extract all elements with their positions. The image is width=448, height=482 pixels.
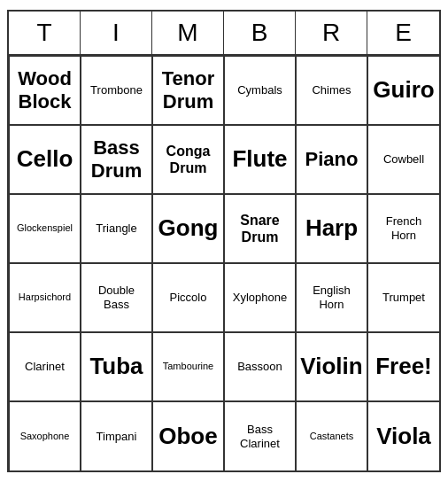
cell-label: Harp bbox=[305, 214, 358, 242]
bingo-cell: Harpsichord bbox=[9, 263, 81, 332]
cell-label: Trombone bbox=[90, 83, 143, 97]
bingo-cell: Harp bbox=[296, 194, 367, 263]
cell-label: Gong bbox=[158, 214, 219, 242]
bingo-cell: Tenor Drum bbox=[152, 56, 224, 125]
bingo-cell: Wood Block bbox=[9, 56, 81, 125]
bingo-cell: Oboe bbox=[152, 401, 224, 470]
bingo-cell: Trumpet bbox=[367, 263, 439, 332]
cell-label: Oboe bbox=[158, 423, 217, 450]
header-letter-i: I bbox=[81, 12, 152, 54]
cell-label: Free! bbox=[375, 353, 432, 380]
cell-label: English Horn bbox=[300, 284, 363, 311]
header-letter-m: M bbox=[152, 12, 224, 54]
cell-label: Conga Drum bbox=[157, 143, 220, 176]
cell-label: Chimes bbox=[312, 83, 351, 97]
cell-label: Tenor Drum bbox=[157, 67, 220, 114]
header-letter-t: T bbox=[9, 12, 81, 54]
cell-label: Double Bass bbox=[85, 284, 148, 311]
cell-label: French Horn bbox=[372, 214, 436, 242]
cell-label: Timpani bbox=[97, 430, 137, 444]
bingo-cell: Cowbell bbox=[367, 125, 439, 194]
cell-label: Piccolo bbox=[170, 291, 207, 305]
cell-label: Triangle bbox=[96, 222, 136, 236]
cell-label: Cello bbox=[17, 145, 73, 173]
bingo-cell: Tuba bbox=[81, 332, 152, 401]
bingo-cell: Tambourine bbox=[152, 332, 224, 401]
cell-label: Bass Clarinet bbox=[228, 423, 291, 450]
bingo-cell: Bass Drum bbox=[81, 125, 152, 194]
cell-label: Tuba bbox=[89, 353, 143, 380]
bingo-cell: Snare Drum bbox=[224, 194, 296, 263]
bingo-cell: Chimes bbox=[296, 56, 367, 125]
bingo-cell: Free! bbox=[367, 332, 439, 401]
cell-label: Violin bbox=[300, 353, 362, 380]
bingo-card: TIMBRE Wood BlockTromboneTenor DrumCymba… bbox=[7, 10, 441, 472]
bingo-cell: Bassoon bbox=[224, 332, 296, 401]
cell-label: Trumpet bbox=[382, 291, 425, 305]
bingo-header: TIMBRE bbox=[9, 12, 439, 56]
bingo-cell: Castanets bbox=[296, 401, 367, 470]
bingo-cell: Piano bbox=[296, 125, 367, 194]
bingo-cell: Guiro bbox=[367, 56, 439, 125]
cell-label: Harpsichord bbox=[19, 292, 71, 303]
cell-label: Viola bbox=[376, 423, 431, 450]
bingo-cell: Viola bbox=[367, 401, 439, 470]
bingo-cell: Gong bbox=[152, 194, 224, 263]
bingo-cell: Cymbals bbox=[224, 56, 296, 125]
bingo-cell: English Horn bbox=[296, 263, 367, 332]
bingo-grid: Wood BlockTromboneTenor DrumCymbalsChime… bbox=[9, 56, 439, 470]
cell-label: Cowbell bbox=[383, 152, 424, 167]
bingo-cell: Saxophone bbox=[9, 401, 81, 470]
cell-label: Guiro bbox=[373, 76, 434, 104]
cell-label: Cymbals bbox=[237, 83, 282, 97]
cell-label: Clarinet bbox=[25, 360, 65, 374]
bingo-cell: Piccolo bbox=[152, 263, 224, 332]
cell-label: Castanets bbox=[310, 431, 354, 442]
cell-label: Bassoon bbox=[237, 360, 282, 374]
bingo-cell: Triangle bbox=[81, 194, 152, 263]
bingo-cell: Conga Drum bbox=[152, 125, 224, 194]
cell-label: Bass Drum bbox=[85, 136, 148, 183]
cell-label: Glockenspiel bbox=[17, 222, 73, 234]
cell-label: Xylophone bbox=[233, 291, 287, 305]
bingo-cell: Glockenspiel bbox=[9, 194, 81, 263]
bingo-cell: Cello bbox=[9, 125, 81, 194]
bingo-cell: Violin bbox=[296, 332, 367, 401]
cell-label: Flute bbox=[232, 145, 287, 173]
bingo-cell: Clarinet bbox=[9, 332, 81, 401]
header-letter-b: B bbox=[224, 12, 296, 54]
bingo-cell: Bass Clarinet bbox=[224, 401, 296, 470]
cell-label: Wood Block bbox=[13, 67, 76, 114]
cell-label: Snare Drum bbox=[228, 212, 291, 245]
bingo-cell: Xylophone bbox=[224, 263, 296, 332]
cell-label: Saxophone bbox=[20, 431, 70, 442]
bingo-cell: Double Bass bbox=[81, 263, 152, 332]
bingo-cell: Flute bbox=[224, 125, 296, 194]
header-letter-e: E bbox=[367, 12, 439, 54]
cell-label: Piano bbox=[305, 148, 359, 171]
bingo-cell: Trombone bbox=[81, 56, 152, 125]
bingo-cell: French Horn bbox=[367, 194, 439, 263]
cell-label: Tambourine bbox=[163, 361, 213, 372]
bingo-cell: Timpani bbox=[81, 401, 152, 470]
header-letter-r: R bbox=[296, 12, 367, 54]
